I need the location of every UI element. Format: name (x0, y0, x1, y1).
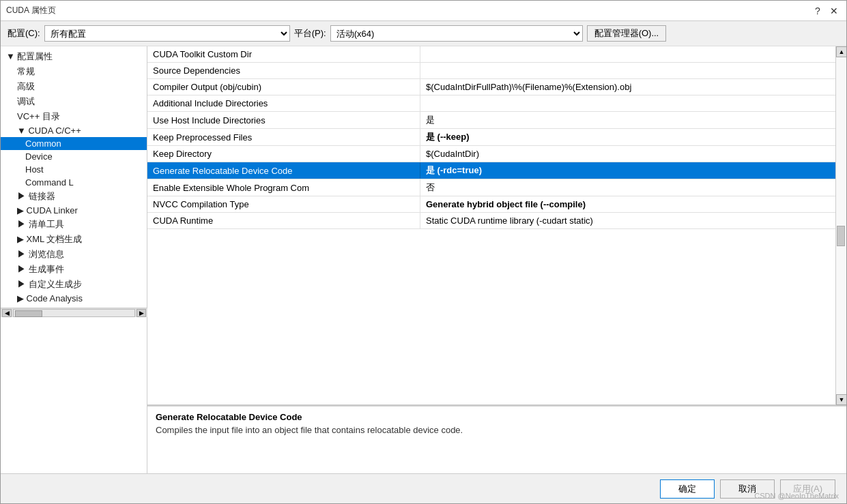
sidebar-item-gao-ji[interactable]: 高级 (1, 79, 147, 94)
title-controls: ? ✕ (811, 4, 841, 18)
sidebar-label-cuda-cpp: ▼ CUDA C/C++ (6, 125, 81, 136)
vertical-scrollbar[interactable]: ▲ ▼ (835, 46, 846, 405)
prop-row-add-include-dirs[interactable]: Additional Include Directories (147, 95, 835, 112)
sidebar-item-qing-dan-gong-ju[interactable]: ▶ 清单工具 (1, 217, 147, 232)
sidebar-label-zi-ding-yi: ▶ 自定义生成步 (6, 278, 82, 291)
platform-select[interactable]: 活动(x64) (330, 25, 583, 42)
sidebar-label-code-analysis: ▶ Code Analysis (6, 293, 83, 303)
footer: 确定 取消 应用(A) (1, 473, 846, 503)
sidebar-item-pei-zhi-shu-xing[interactable]: ▼ 配置属性 (1, 49, 147, 64)
scroll-thumb (15, 310, 42, 317)
scroll-thumb-vertical (837, 226, 845, 246)
sidebar-item-xml-wen-dang[interactable]: ▶ XML 文档生成 (1, 232, 147, 247)
prop-value-keep-directory: $(CudaIntDir) (420, 146, 835, 162)
sidebar-item-common[interactable]: Common (1, 137, 147, 150)
sidebar-item-lian-jie-qi[interactable]: ▶ 链接器 (1, 189, 147, 204)
sidebar-label-host: Host (6, 164, 44, 175)
prop-name-use-host-include: Use Host Include Directories (147, 112, 420, 128)
prop-name-cuda-runtime: CUDA Runtime (147, 213, 420, 228)
sidebar-item-zi-ding-yi[interactable]: ▶ 自定义生成步 (1, 277, 147, 292)
prop-row-source-deps[interactable]: Source Dependencies (147, 63, 835, 79)
sidebar-label-command-l: Command L (6, 177, 74, 188)
sidebar-label-sheng-cheng-shi-jian: ▶ 生成事件 (6, 263, 64, 276)
scroll-left-arrow[interactable]: ◀ (2, 309, 12, 317)
prop-row-compiler-output[interactable]: Compiler Output (obj/cubin)$(CudaIntDirF… (147, 79, 835, 95)
sidebar-label-chang-gui: 常规 (6, 65, 35, 78)
description-panel: Generate Relocatable Device Code Compile… (147, 405, 846, 473)
sidebar-label-common: Common (6, 138, 61, 149)
prop-name-source-deps: Source Dependencies (147, 63, 420, 78)
prop-name-keep-directory: Keep Directory (147, 146, 420, 162)
sidebar-item-code-analysis[interactable]: ▶ Code Analysis (1, 292, 147, 305)
prop-name-compiler-output: Compiler Output (obj/cubin) (147, 79, 420, 95)
title-bar: CUDA 属性页 ? ✕ (1, 1, 846, 21)
prop-value-cuda-runtime: Static CUDA runtime library (-cudart sta… (420, 213, 835, 228)
prop-value-source-deps (420, 63, 835, 78)
sidebar-label-xml-wen-dang: ▶ XML 文档生成 (6, 233, 82, 246)
scroll-down-btn[interactable]: ▼ (836, 394, 846, 405)
ok-button[interactable]: 确定 (660, 479, 715, 499)
prop-value-gen-relocatable: 是 (-rdc=true) (420, 162, 835, 179)
sidebar-label-qing-dan-gong-ju: ▶ 清单工具 (6, 218, 64, 231)
sidebar-item-command-l[interactable]: Command L (1, 176, 147, 189)
scroll-up-btn[interactable]: ▲ (836, 46, 846, 57)
sidebar-item-host[interactable]: Host (1, 163, 147, 176)
sidebar-item-tiao-shi[interactable]: 调试 (1, 94, 147, 109)
prop-row-cuda-runtime[interactable]: CUDA RuntimeStatic CUDA runtime library … (147, 213, 835, 229)
sidebar-item-vc-mulu[interactable]: VC++ 目录 (1, 109, 147, 124)
property-panel: CUDA Toolkit Custom DirSource Dependenci… (147, 46, 846, 473)
prop-row-cuda-toolkit-dir[interactable]: CUDA Toolkit Custom Dir (147, 46, 835, 63)
prop-row-keep-preprocessed[interactable]: Keep Preprocessed Files是 (--keep) (147, 129, 835, 146)
main-window: CUDA 属性页 ? ✕ 配置(C): 所有配置 平台(P): 活动(x64) … (0, 0, 847, 504)
description-title: Generate Relocatable Device Code (156, 412, 838, 422)
sidebar-item-chang-gui[interactable]: 常规 (1, 64, 147, 79)
sidebar-item-sheng-cheng-shi-jian[interactable]: ▶ 生成事件 (1, 262, 147, 277)
sidebar-label-vc-mulu: VC++ 目录 (6, 110, 60, 123)
platform-label: 平台(P): (294, 27, 326, 40)
config-select[interactable]: 所有配置 (44, 25, 290, 42)
sidebar-label-cuda-linker: ▶ CUDA Linker (6, 205, 78, 216)
prop-row-nvcc-compilation[interactable]: NVCC Compilation TypeGenerate hybrid obj… (147, 196, 835, 213)
scroll-track-vertical[interactable] (836, 57, 846, 394)
sidebar-item-cuda-cpp[interactable]: ▼ CUDA C/C++ (1, 124, 147, 137)
prop-row-use-host-include[interactable]: Use Host Include Directories是 (147, 112, 835, 129)
help-button[interactable]: ? (811, 4, 824, 18)
prop-value-compiler-output: $(CudaIntDirFullPath)\%(Filename)%(Exten… (420, 79, 835, 95)
prop-name-nvcc-compilation: NVCC Compilation Type (147, 196, 420, 212)
sidebar-label-liu-lan-xin-xi: ▶ 浏览信息 (6, 248, 64, 261)
prop-value-nvcc-compilation: Generate hybrid object file (--compile) (420, 196, 835, 212)
sidebar-item-cuda-linker[interactable]: ▶ CUDA Linker (1, 204, 147, 217)
config-label: 配置(C): (8, 27, 40, 40)
sidebar-label-tiao-shi: 调试 (6, 95, 35, 108)
main-content: ▼ 配置属性常规高级调试VC++ 目录▼ CUDA C/C++CommonDev… (1, 46, 846, 473)
prop-value-keep-preprocessed: 是 (--keep) (420, 129, 835, 145)
config-manager-button[interactable]: 配置管理器(O)... (587, 25, 667, 42)
scroll-track[interactable] (13, 309, 135, 317)
toolbar: 配置(C): 所有配置 平台(P): 活动(x64) 配置管理器(O)... (1, 21, 846, 46)
prop-name-enable-extensible: Enable Extensible Whole Program Com (147, 179, 420, 196)
sidebar-item-liu-lan-xin-xi[interactable]: ▶ 浏览信息 (1, 247, 147, 262)
sidebar-label-device: Device (6, 151, 53, 162)
prop-row-gen-relocatable[interactable]: Generate Relocatable Device Code是 (-rdc=… (147, 162, 835, 179)
watermark: CSDN @NeoInTheMatrix (754, 492, 839, 500)
sidebar-container: ▼ 配置属性常规高级调试VC++ 目录▼ CUDA C/C++CommonDev… (1, 46, 147, 473)
prop-value-use-host-include: 是 (420, 112, 835, 128)
prop-row-keep-directory[interactable]: Keep Directory$(CudaIntDir) (147, 146, 835, 162)
prop-name-keep-preprocessed: Keep Preprocessed Files (147, 129, 420, 145)
description-text: Compiles the input file into an object f… (156, 425, 838, 435)
prop-name-add-include-dirs: Additional Include Directories (147, 95, 420, 111)
prop-table-wrapper: CUDA Toolkit Custom DirSource Dependenci… (147, 46, 846, 405)
prop-name-cuda-toolkit-dir: CUDA Toolkit Custom Dir (147, 46, 420, 62)
sidebar-label-gao-ji: 高级 (6, 80, 35, 93)
prop-value-cuda-toolkit-dir (420, 46, 835, 62)
scroll-right-arrow[interactable]: ▶ (137, 309, 146, 317)
prop-value-add-include-dirs (420, 95, 835, 111)
close-button[interactable]: ✕ (827, 4, 841, 18)
sidebar: ▼ 配置属性常规高级调试VC++ 目录▼ CUDA C/C++CommonDev… (1, 46, 147, 308)
sidebar-scrollbar[interactable]: ◀ ▶ (1, 308, 147, 317)
prop-row-enable-extensible[interactable]: Enable Extensible Whole Program Com否 (147, 179, 835, 196)
sidebar-item-device[interactable]: Device (1, 150, 147, 163)
sidebar-label-lian-jie-qi: ▶ 链接器 (6, 190, 55, 203)
window-title: CUDA 属性页 (6, 5, 56, 16)
property-table: CUDA Toolkit Custom DirSource Dependenci… (147, 46, 835, 405)
